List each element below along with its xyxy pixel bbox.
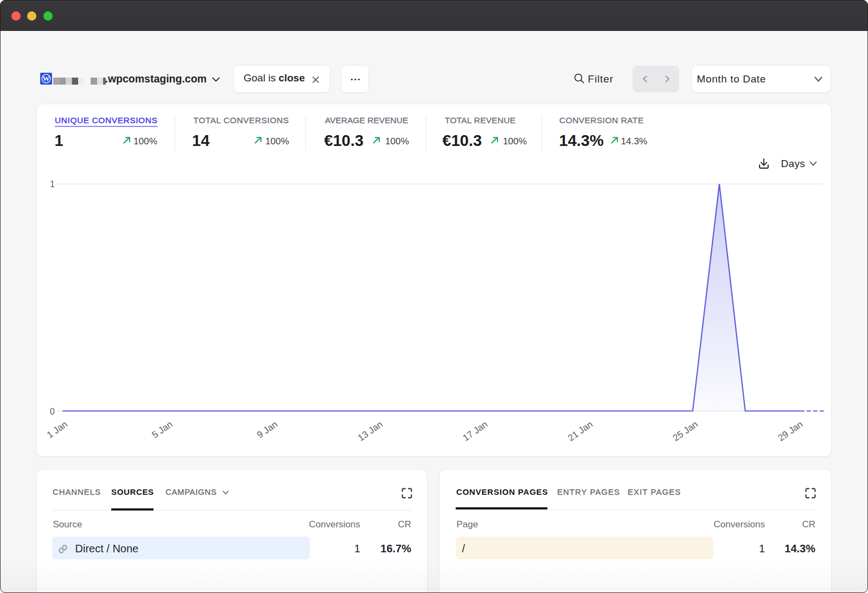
svg-text:5 Jan: 5 Jan [150,419,175,440]
svg-text:0: 0 [50,407,55,416]
svg-text:1 Jan: 1 Jan [45,419,69,440]
svg-text:17 Jan: 17 Jan [461,419,490,443]
svg-text:25 Jan: 25 Jan [671,419,700,443]
svg-text:9 Jan: 9 Jan [255,419,279,440]
svg-text:13 Jan: 13 Jan [356,419,385,443]
svg-text:21 Jan: 21 Jan [566,419,595,443]
svg-text:29 Jan: 29 Jan [776,419,805,443]
svg-text:W: W [43,74,50,82]
svg-text:1: 1 [50,180,55,189]
